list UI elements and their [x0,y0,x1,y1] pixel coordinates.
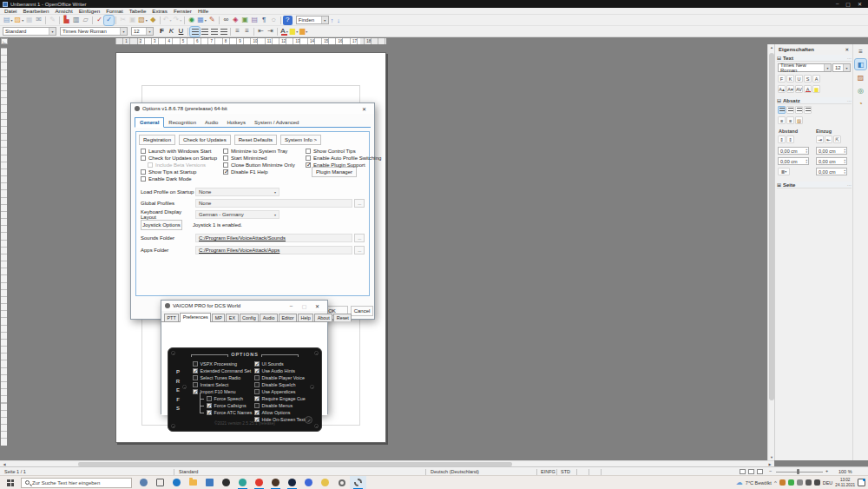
close-icon[interactable]: ✕ [358,104,371,114]
weather-cloud-icon[interactable]: ☁ [736,479,743,486]
checkbox-disable-menus[interactable] [254,403,260,408]
help-icon[interactable]: ? [283,16,293,25]
menu-ansicht[interactable]: Ansicht [55,8,72,14]
checkbox-hide-on-screen-text[interactable] [254,417,260,422]
status-insert-mode[interactable]: EINFG [541,469,556,474]
zoom-slider[interactable] [776,472,823,472]
weather-text[interactable]: 7°C Bewölkt [746,480,772,486]
options-button-registration[interactable]: Registration [139,135,175,145]
navigator-icon[interactable]: ◈ [231,16,240,25]
sidebar-italic-button[interactable]: K [786,75,794,83]
select-load-profile-on-startup[interactable]: None▾ [195,188,279,196]
select-keyboard-display-layout[interactable]: German - Germany▾ [195,210,279,219]
vaicom-tab-ptt[interactable]: PTT [164,314,179,321]
more-options-icon[interactable]: ⋯ [847,98,852,103]
dcs-world-icon[interactable] [218,476,234,489]
font-name-select[interactable]: Times New Roman ▾ [60,27,128,36]
checkbox-force-speech[interactable] [207,396,212,401]
vaicom-tab-reset[interactable]: Reset [333,314,352,321]
single-page-view-icon[interactable] [740,469,746,474]
section-paragraph[interactable]: ⊟ Absatz ⋯ [777,97,852,104]
taskbar-clock[interactable]: 13:02 24.11.2021 [835,478,855,486]
checkbox-start-minimized[interactable] [223,155,228,161]
spacing-field-2[interactable]: 0,00 cm▴▾ [778,157,809,165]
menu-einf-gen[interactable]: Einfügen [79,8,100,14]
horizontal-ruler[interactable]: 123456789101112131415161718 [115,38,386,44]
sidebar-para-background-button[interactable]: ▧ [795,116,803,124]
checkbox-launch-with-windows-start[interactable] [141,149,146,154]
paragraph-style-select[interactable]: Standard ▾ [3,27,56,36]
zoom-icon[interactable]: ◌ [269,16,279,25]
sidebar-font-name-select[interactable]: Times New Roman ▾ [778,63,832,72]
sidebar-line-spacing-button[interactable]: ≣▾ [778,168,790,175]
maximize-button[interactable]: ▢ [845,1,851,7]
print-preview-icon[interactable]: ▱ [81,16,90,25]
menu-hilfe[interactable]: Hilfe [198,8,208,14]
increase-indent-button[interactable]: ⇥ [266,27,275,36]
edge-icon[interactable] [168,476,185,489]
gallery-icon[interactable]: ▣ [240,16,250,25]
section-page[interactable]: ⊞ Seite ⋯ [777,182,852,188]
align-left-button[interactable] [190,27,200,36]
status-selection-mode[interactable]: STD [561,469,570,474]
folder-field-sounds-folder[interactable]: C:/Program Files/VoiceAttack/Sounds [195,234,352,242]
email-icon[interactable]: ✉ [34,16,43,25]
sidebar-font-color-button[interactable]: A [804,85,812,93]
spacing-field-1[interactable]: 0,00 cm▴▾ [778,147,809,155]
close-icon[interactable]: ✕ [311,301,324,311]
checkbox-disable-squelch[interactable] [254,382,260,387]
sidebar-increase-indent-button[interactable]: ⇥ [816,135,824,143]
sidebar-more-tab[interactable]: ◔ [855,98,866,109]
sidebar-underline-button[interactable]: U [795,75,803,83]
save-icon[interactable]: ▦ [24,16,34,25]
checkbox-require-engage-cue[interactable] [254,396,260,401]
vaicom-tab-about[interactable]: About [314,314,332,321]
checkbox-select-tunes-radio[interactable] [193,375,198,380]
browse-button-apps-folder[interactable]: ... [354,246,365,254]
vaicom-tab-editor[interactable]: Editor [279,314,297,321]
checkbox-enable-dark-mode[interactable] [141,176,146,182]
sidebar-grow-font-button[interactable]: A▴ [778,85,786,93]
hyperlink-icon[interactable]: ◉ [187,16,196,25]
checkbox-enable-auto-profile-switching[interactable] [306,155,311,161]
cancel-button[interactable]: Cancel [351,306,373,316]
vaicom-tab-mp[interactable]: MP [212,314,225,321]
minimize-button[interactable]: – [836,1,838,7]
taskbar-search-input[interactable]: Zur Suche Text hier eingeben [21,478,132,488]
align-right-button[interactable] [209,27,219,36]
sidebar-strikethrough-button[interactable]: S [804,75,812,83]
checkbox-use-appendices[interactable] [254,389,260,394]
decrease-indent-button[interactable]: ⇤ [256,27,266,36]
keyboard-language[interactable]: DEU [823,480,833,486]
chevron-down-icon[interactable]: ▾ [321,17,328,23]
browse-button-sounds-folder[interactable]: ... [354,234,365,242]
align-justify-button[interactable] [219,27,228,36]
browse-button-global-profiles[interactable]: ... [354,199,365,208]
sidebar-menu-icon[interactable]: ≡ [855,46,866,56]
sidebar-font-size-select[interactable]: 12 ▾ [832,63,851,72]
options-tab-hotkeys[interactable]: Hotkeys [222,118,250,127]
multi-page-view-icon[interactable] [748,469,754,474]
new-document-icon[interactable]: ▤▾ [3,16,14,25]
tray-onedrive-icon[interactable] [797,479,803,486]
find-replace-icon[interactable]: ∞ [221,16,231,25]
app-dark-icon[interactable] [267,476,284,489]
menu-extras[interactable]: Extras [152,8,168,14]
datasources-icon[interactable]: ▤ [250,16,260,25]
numbered-list-button[interactable]: ≡ [233,27,242,36]
checkbox-allow-options[interactable] [254,410,260,415]
redo-icon[interactable]: ↷▾ [172,16,182,25]
status-style[interactable]: Standard [179,469,198,474]
italic-button[interactable]: K [167,27,176,36]
status-zoom[interactable]: 100 % [838,469,852,474]
section-text[interactable]: ⊟ Text ⋯ [777,55,852,62]
text-field-global-profiles[interactable]: None [195,199,352,208]
sidebar-align-right-button[interactable] [795,106,803,114]
sidebar-decrease-spacing-button[interactable]: ⇕ [786,135,794,143]
collapse-icon[interactable]: ⊟ [777,97,781,103]
options-button-reset-defaults[interactable]: Reset Defaults [234,135,277,145]
highlight-color-button[interactable]: ▆▾ [289,27,299,36]
voiceattack-icon[interactable] [234,476,251,489]
options-tab-general[interactable]: General [135,117,164,128]
checkbox-disable-player-voice[interactable] [254,375,260,380]
